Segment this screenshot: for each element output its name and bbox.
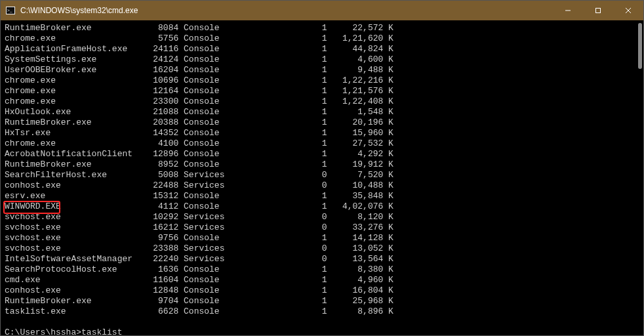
cmd-window: >_ C:\WINDOWS\system32\cmd.exe RuntimeBr… bbox=[0, 0, 644, 336]
prompt-line: C:\Users\hssha>tasklist bbox=[5, 327, 639, 336]
process-row: conhost.exe 22488 Services 0 10,488 K bbox=[5, 180, 639, 191]
process-row: svchost.exe 9756 Console 1 14,128 K bbox=[5, 233, 639, 243]
process-row: SystemSettings.exe 24124 Console 1 4,600… bbox=[5, 54, 639, 65]
window-title: C:\WINDOWS\system32\cmd.exe bbox=[18, 6, 138, 15]
process-row: SearchProtocolHost.exe 1636 Console 1 8,… bbox=[5, 264, 639, 275]
process-row: RuntimeBroker.exe 8084 Console 1 22,572 … bbox=[5, 23, 639, 33]
prompt-path: C:\Users\hssha> bbox=[5, 327, 81, 336]
process-row: RuntimeBroker.exe 8952 Console 1 19,912 … bbox=[5, 159, 639, 170]
process-row: conhost.exe 12848 Console 1 16,804 K bbox=[5, 285, 639, 296]
process-row: svchost.exe 23388 Services 0 13,052 K bbox=[5, 243, 639, 254]
process-row: ApplicationFrameHost.exe 24116 Console 1… bbox=[5, 44, 639, 54]
process-row: chrome.exe 12164 Console 1 1,21,576 K bbox=[5, 86, 639, 96]
process-row: tasklist.exe 6628 Console 1 8,896 K bbox=[5, 306, 639, 317]
process-row: UserOOBEBroker.exe 16204 Console 1 9,488… bbox=[5, 65, 639, 75]
process-row: chrome.exe 4100 Console 1 27,532 K bbox=[5, 138, 639, 149]
process-row: HxOutlook.exe 21088 Console 1 1,548 K bbox=[5, 107, 639, 117]
process-row: RuntimeBroker.exe 20388 Console 1 20,196… bbox=[5, 117, 639, 128]
svg-rect-3 bbox=[596, 9, 601, 13]
titlebar[interactable]: >_ C:\WINDOWS\system32\cmd.exe bbox=[1, 1, 643, 20]
process-row: svchost.exe 16212 Services 0 33,276 K bbox=[5, 222, 639, 233]
process-row: chrome.exe 23300 Console 1 1,22,408 K bbox=[5, 96, 639, 107]
process-row: SearchFilterHost.exe 5008 Services 0 7,5… bbox=[5, 170, 639, 180]
process-row: WINWORD.EXE 4112 Console 1 4,02,076 K bbox=[5, 201, 639, 212]
process-row: cmd.exe 11604 Console 1 4,960 K bbox=[5, 275, 639, 285]
process-row: AcrobatNotificationClient 12896 Console … bbox=[5, 149, 639, 159]
terminal-content[interactable]: RuntimeBroker.exe 8084 Console 1 22,572 … bbox=[1, 20, 643, 335]
scrollbar-thumb[interactable] bbox=[638, 23, 642, 69]
process-row: esrv.exe 15312 Console 1 35,848 K bbox=[5, 191, 639, 201]
process-row: svchost.exe 10292 Services 0 8,120 K bbox=[5, 212, 639, 222]
process-row: HxTsr.exe 14352 Console 1 15,960 K bbox=[5, 128, 639, 138]
process-row: IntelSoftwareAssetManager 22240 Services… bbox=[5, 254, 639, 264]
cmd-icon: >_ bbox=[3, 7, 18, 14]
process-row: RuntimeBroker.exe 9704 Console 1 25,968 … bbox=[5, 296, 639, 306]
close-button[interactable] bbox=[613, 1, 643, 20]
process-row: chrome.exe 10696 Console 1 1,22,216 K bbox=[5, 75, 639, 86]
process-row: chrome.exe 5756 Console 1 1,21,620 K bbox=[5, 33, 639, 44]
maximize-button[interactable] bbox=[583, 1, 613, 20]
svg-text:>_: >_ bbox=[7, 8, 12, 13]
prompt-command: tasklist bbox=[81, 327, 122, 336]
minimize-button[interactable] bbox=[553, 1, 583, 20]
